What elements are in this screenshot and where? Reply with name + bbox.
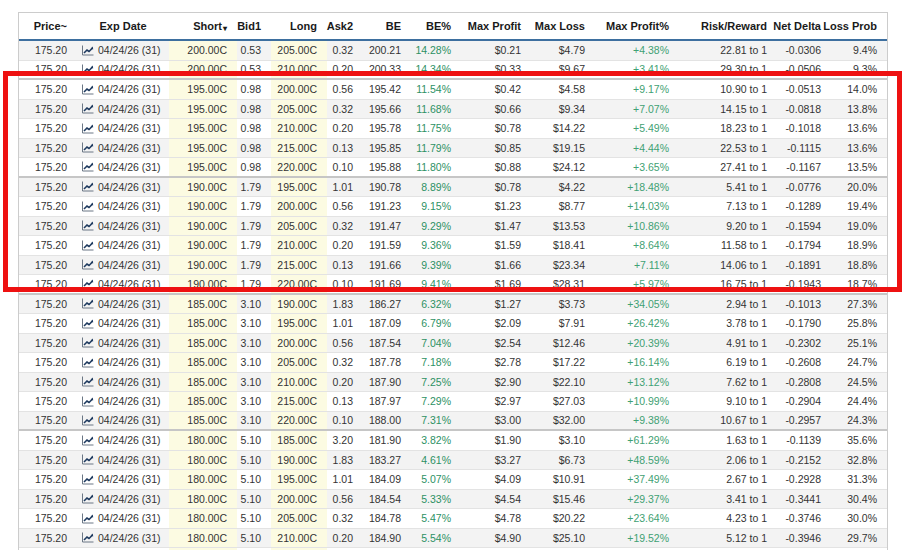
table-row[interactable]: 175.2004/24/26 (31)185.00C3.10205.00C0.3… <box>19 353 887 373</box>
table-row[interactable]: 175.2004/24/26 (31)185.00C3.10190.00C1.8… <box>19 295 887 315</box>
cell-short: 190.00C <box>169 275 237 293</box>
cell-short: 190.00C <box>169 217 237 236</box>
chart-icon[interactable] <box>81 201 94 212</box>
cell-max_profit: $2.78 <box>461 353 531 372</box>
cell-loss_prob: 24.5% <box>831 373 887 392</box>
cell-be: 195.88 <box>363 158 411 176</box>
table-row[interactable]: 175.2004/24/26 (31)185.00C3.10195.00C1.0… <box>19 314 887 334</box>
exp-date-text: 04/24/26 (31) <box>98 103 160 115</box>
table-row[interactable]: 175.2004/24/26 (31)185.00C3.10210.00C0.2… <box>19 373 887 393</box>
column-header-loss_prob[interactable]: Loss Prob <box>831 13 887 39</box>
chart-icon[interactable] <box>81 123 94 134</box>
table-row[interactable]: 175.2004/24/26 (31)190.00C1.79220.00C0.1… <box>19 275 887 295</box>
chart-icon[interactable] <box>81 259 94 270</box>
column-header-price[interactable]: Price~ <box>19 13 77 39</box>
cell-exp_date: 04/24/26 (31) <box>77 353 169 372</box>
column-header-risk_reward[interactable]: Risk/Reward <box>679 13 777 39</box>
cell-max_profit: $0.78 <box>461 119 531 138</box>
chart-icon[interactable] <box>81 298 94 309</box>
cell-be: 191.23 <box>363 197 411 216</box>
table-row[interactable]: 175.2004/24/26 (31)195.00C0.98205.00C0.3… <box>19 100 887 120</box>
cell-risk_reward: 6.19 to 1 <box>679 353 777 372</box>
cell-price: 175.20 <box>19 353 77 372</box>
table-row[interactable]: 175.2004/24/26 (31)190.00C1.79205.00C0.3… <box>19 217 887 237</box>
chart-icon[interactable] <box>81 103 94 114</box>
table-row[interactable]: 175.2004/24/26 (31)195.00C0.98210.00C0.2… <box>19 119 887 139</box>
cell-exp_date: 04/24/26 (31) <box>77 119 169 138</box>
column-header-short[interactable]: Short▾ <box>169 13 237 39</box>
cell-risk_reward: 7.62 to 1 <box>679 373 777 392</box>
cell-be: 191.69 <box>363 275 411 293</box>
table-row[interactable]: 175.2004/24/26 (31)185.00C3.10220.00C0.1… <box>19 412 887 432</box>
table-row[interactable]: 175.2004/24/26 (31)195.00C0.98215.00C0.1… <box>19 139 887 159</box>
column-header-bid1[interactable]: Bid1 <box>237 13 271 39</box>
cell-price: 175.20 <box>19 256 77 275</box>
chart-icon[interactable] <box>81 454 94 465</box>
table-row[interactable]: 175.2004/24/26 (31)180.00C5.10195.00C1.0… <box>19 470 887 490</box>
column-header-ask2[interactable]: Ask2 <box>327 13 363 39</box>
table-row[interactable]: 175.2004/24/26 (31)200.00C0.53210.00C0.2… <box>19 61 887 81</box>
chart-icon[interactable] <box>81 337 94 348</box>
chart-icon[interactable] <box>81 142 94 153</box>
column-header-max_profit[interactable]: Max Profit <box>461 13 531 39</box>
cell-short: 200.00C <box>169 61 237 79</box>
cell-short: 180.00C <box>169 451 237 470</box>
cell-be: 184.78 <box>363 509 411 528</box>
table-row[interactable]: 175.2004/24/26 (31)195.00C0.98200.00C0.5… <box>19 80 887 100</box>
cell-max_loss: $3.73 <box>531 295 595 314</box>
chart-icon[interactable] <box>81 376 94 387</box>
column-header-be_pct[interactable]: BE% <box>411 13 461 39</box>
cell-be: 187.90 <box>363 373 411 392</box>
table-row[interactable]: 175.2004/24/26 (31)195.00C0.98220.00C0.1… <box>19 158 887 178</box>
cell-net_delta: -0.2957 <box>777 412 831 430</box>
chart-icon[interactable] <box>81 513 94 524</box>
chart-icon[interactable] <box>81 357 94 368</box>
table-row[interactable]: 175.2004/24/26 (31)190.00C1.79215.00C0.1… <box>19 256 887 276</box>
chart-icon[interactable] <box>81 161 94 172</box>
chart-icon[interactable] <box>81 415 94 426</box>
table-row[interactable]: 175.2004/24/26 (31)180.00C5.10205.00C0.3… <box>19 509 887 529</box>
chart-icon[interactable] <box>81 45 94 56</box>
cell-short: 195.00C <box>169 100 237 119</box>
cell-be: 184.54 <box>363 490 411 509</box>
chart-icon[interactable] <box>81 493 94 504</box>
chart-icon[interactable] <box>81 318 94 329</box>
chart-icon[interactable] <box>81 435 94 446</box>
table-row[interactable]: 175.2004/24/26 (31)190.00C1.79210.00C0.2… <box>19 236 887 256</box>
chart-icon[interactable] <box>81 278 94 289</box>
cell-net_delta: -0.2152 <box>777 451 831 470</box>
exp-date-text: 04/24/26 (31) <box>98 337 160 349</box>
column-header-max_loss[interactable]: Max Loss <box>531 13 595 39</box>
cell-long: 190.00C <box>271 451 327 470</box>
table-row[interactable]: 175.2004/24/26 (31)190.00C1.79195.00C1.0… <box>19 178 887 198</box>
column-header-exp_date[interactable]: Exp Date <box>77 13 169 39</box>
table-row[interactable]: 175.2004/24/26 (31)200.00C0.53205.00C0.3… <box>19 41 887 61</box>
table-row[interactable]: 175.2004/24/26 (31)180.00C5.10185.00C3.2… <box>19 431 887 451</box>
chart-icon[interactable] <box>81 84 94 95</box>
chart-icon[interactable] <box>81 64 94 75</box>
table-row[interactable]: 175.2004/24/26 (31)180.00C5.10190.00C1.8… <box>19 451 887 471</box>
chart-icon[interactable] <box>81 474 94 485</box>
column-header-long[interactable]: Long <box>271 13 327 39</box>
chart-icon[interactable] <box>81 220 94 231</box>
table-row[interactable]: 175.2004/24/26 (31)180.00C5.10210.00C0.2… <box>19 529 887 549</box>
cell-bid1: 0.98 <box>237 119 271 138</box>
column-header-max_profit_pct[interactable]: Max Profit% <box>595 13 679 39</box>
table-row[interactable]: 175.2004/24/26 (31)180.00C5.10200.00C0.5… <box>19 490 887 510</box>
cell-max_loss: $15.46 <box>531 490 595 509</box>
table-row[interactable]: 175.2004/24/26 (31)185.00C3.10215.00C0.1… <box>19 392 887 412</box>
cell-exp_date: 04/24/26 (31) <box>77 275 169 293</box>
chart-icon[interactable] <box>81 181 94 192</box>
cell-short: 180.00C <box>169 529 237 548</box>
table-row[interactable]: 175.2004/24/26 (31)185.00C3.10200.00C0.5… <box>19 334 887 354</box>
chart-icon[interactable] <box>81 532 94 543</box>
column-header-be[interactable]: BE <box>363 13 411 39</box>
chart-icon[interactable] <box>81 396 94 407</box>
table-row[interactable]: 175.2004/24/26 (31)190.00C1.79200.00C0.5… <box>19 197 887 217</box>
cell-loss_prob: 24.7% <box>831 353 887 372</box>
cell-short: 185.00C <box>169 334 237 353</box>
cell-net_delta: -0.0506 <box>777 61 831 79</box>
cell-max_profit: $0.88 <box>461 158 531 176</box>
cell-price: 175.20 <box>19 275 77 293</box>
chart-icon[interactable] <box>81 240 94 251</box>
